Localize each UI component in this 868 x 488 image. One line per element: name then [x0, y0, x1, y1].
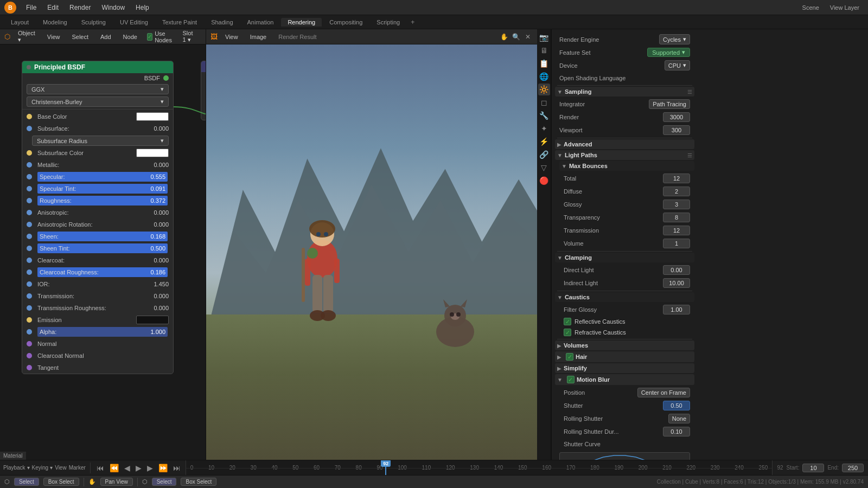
- box-select-2-btn[interactable]: Box Select: [181, 478, 216, 486]
- world-props-icon[interactable]: 🔆: [538, 84, 550, 95]
- select-2-btn[interactable]: Select: [152, 478, 177, 486]
- timeline-playhead[interactable]: 92: [385, 460, 386, 475]
- clearcoat-socket[interactable]: [27, 258, 32, 263]
- timeline-track[interactable]: 0 10 20 30 40 50 60 70 80 90 100 110 120…: [186, 460, 773, 475]
- simplify-section-header[interactable]: ▶ Simplify: [555, 363, 694, 373]
- transmission-bounces-value[interactable]: 12: [663, 226, 690, 235]
- object-props-icon[interactable]: ◻: [538, 97, 550, 108]
- tab-modeling[interactable]: Modeling: [36, 18, 74, 27]
- step-fwd-btn[interactable]: ⏩: [157, 464, 169, 472]
- diffuse-value[interactable]: 2: [663, 187, 690, 196]
- base-color-socket[interactable]: [27, 114, 32, 119]
- direct-light-value[interactable]: 0.00: [663, 265, 690, 275]
- subsurface-color-swatch[interactable]: [136, 149, 169, 157]
- anisotropic-socket[interactable]: [27, 210, 32, 215]
- viewport-zoom-icon[interactable]: 🔍: [511, 32, 521, 42]
- viewport-samples-value[interactable]: 300: [663, 125, 690, 135]
- base-color-swatch[interactable]: [136, 112, 169, 121]
- clamping-header[interactable]: ▼ Clamping: [555, 253, 694, 262]
- render-samples-value[interactable]: 3000: [663, 112, 690, 122]
- volume-bounces-value[interactable]: 1: [663, 239, 690, 248]
- sheen-tint-bar[interactable]: Sheen Tint: 0.500: [37, 243, 168, 253]
- tab-rendering[interactable]: Rendering: [281, 18, 322, 27]
- play-btn[interactable]: ▶: [134, 464, 143, 472]
- render-viewport[interactable]: 🖼 View Image Render Result ✋ 🔍 ✕: [206, 29, 537, 460]
- view-timeline-btn[interactable]: View: [55, 465, 67, 471]
- scene-props-icon[interactable]: 🌐: [538, 70, 550, 82]
- tab-sculpting[interactable]: Sculpting: [75, 18, 112, 27]
- pan-view-btn[interactable]: Pan View: [100, 478, 133, 486]
- viewport-hand-icon[interactable]: ✋: [499, 32, 509, 42]
- use-nodes-checkbox[interactable]: ✓: [147, 33, 152, 41]
- refractive-caustics-checkbox[interactable]: ✓: [564, 329, 571, 336]
- sheen-tint-socket[interactable]: [27, 246, 32, 251]
- integrator-dropdown[interactable]: Path Tracing: [649, 99, 690, 109]
- cb-dropdown[interactable]: Christensen-Burley ▾: [27, 97, 169, 107]
- subsurface-socket[interactable]: [27, 126, 32, 131]
- step-back-btn[interactable]: ⏪: [108, 464, 120, 472]
- marker-btn[interactable]: Marker: [69, 465, 86, 471]
- jump-to-end-btn[interactable]: ⏭: [171, 464, 182, 472]
- rolling-shutter-dropdown[interactable]: None: [668, 414, 690, 423]
- specular-socket[interactable]: [27, 174, 32, 179]
- volumes-section-header[interactable]: ▶ Volumes: [555, 341, 694, 350]
- sheen-socket[interactable]: [27, 234, 32, 239]
- tangent-socket[interactable]: [27, 365, 32, 370]
- end-frame-input[interactable]: 250: [842, 464, 864, 472]
- transmission-socket[interactable]: [27, 293, 32, 299]
- tab-animation[interactable]: Animation: [241, 18, 280, 27]
- motion-blur-section-header[interactable]: ▼ ✓ Motion Blur: [555, 374, 694, 385]
- caustics-header[interactable]: ▼ Caustics: [555, 292, 694, 302]
- specular-bar[interactable]: Specular: 0.555: [37, 172, 168, 182]
- clearcoat-roughness-socket[interactable]: [27, 269, 32, 275]
- total-value[interactable]: 12: [663, 174, 690, 183]
- specular-tint-bar[interactable]: Specular Tint: 0.091: [37, 184, 168, 194]
- filter-glossy-value[interactable]: 1.00: [663, 305, 690, 314]
- subsurface-color-socket[interactable]: [27, 150, 32, 156]
- slot-btn[interactable]: Slot 1 ▾: [178, 29, 202, 44]
- menu-file[interactable]: File: [22, 3, 41, 12]
- particles-icon[interactable]: ✦: [538, 123, 550, 134]
- tab-scripting[interactable]: Scripting: [370, 18, 406, 27]
- view-btn[interactable]: View: [43, 33, 65, 41]
- tab-add[interactable]: +: [407, 18, 418, 26]
- playback-btn[interactable]: Playback ▾: [3, 465, 30, 471]
- hair-checkbox[interactable]: ✓: [566, 353, 573, 361]
- subsurface-radius-dropdown[interactable]: Subsurface Radius ▾: [32, 136, 169, 146]
- clearcoat-roughness-bar[interactable]: Clearcoat Roughness: 0.186: [37, 267, 168, 277]
- shutter-value[interactable]: 0.50: [663, 401, 690, 410]
- physics-icon[interactable]: ⚡: [538, 136, 550, 147]
- material-icon[interactable]: 🔴: [538, 175, 550, 187]
- tab-compositing[interactable]: Compositing: [323, 18, 369, 27]
- bsdf-output-socket[interactable]: [163, 75, 169, 81]
- transparency-value[interactable]: 8: [663, 213, 690, 222]
- glossy-value[interactable]: 3: [663, 200, 690, 209]
- anisotropic-rotation-socket[interactable]: [27, 222, 32, 227]
- ior-socket[interactable]: [27, 281, 32, 287]
- menu-help[interactable]: Help: [131, 3, 154, 12]
- start-frame-input[interactable]: 10: [802, 464, 824, 472]
- max-bounces-header[interactable]: ▼ Max Bounces: [559, 161, 694, 171]
- feature-set-value[interactable]: Supported ▾: [647, 48, 690, 57]
- device-dropdown[interactable]: CPU ▾: [665, 60, 690, 70]
- box-select-mode-btn[interactable]: Box Select: [43, 478, 79, 486]
- rolling-shutter-dur-value[interactable]: 0.10: [663, 427, 690, 436]
- specular-tint-socket[interactable]: [27, 186, 32, 191]
- tab-layout[interactable]: Layout: [4, 18, 35, 27]
- normal-socket[interactable]: [27, 341, 32, 346]
- menu-edit[interactable]: Edit: [43, 3, 63, 12]
- transmission-roughness-socket[interactable]: [27, 305, 32, 311]
- bsdf-node-collapse[interactable]: [27, 65, 31, 69]
- hair-section-header[interactable]: ▶ ✓ Hair: [555, 351, 694, 362]
- roughness-socket[interactable]: [27, 198, 32, 203]
- tab-shading[interactable]: Shading: [205, 18, 239, 27]
- add-btn[interactable]: Add: [96, 33, 116, 41]
- sampling-section-header[interactable]: ▼ Sampling ☰: [555, 87, 694, 97]
- metallic-socket[interactable]: [27, 162, 32, 168]
- node-btn[interactable]: Node: [119, 33, 142, 41]
- render-props-icon[interactable]: 📷: [538, 31, 550, 43]
- render-engine-dropdown[interactable]: Cycles ▾: [659, 34, 690, 44]
- step-frame-fwd-btn[interactable]: ▶: [145, 464, 155, 472]
- motion-blur-checkbox[interactable]: ✓: [567, 376, 575, 383]
- select-btn[interactable]: Select: [67, 33, 93, 41]
